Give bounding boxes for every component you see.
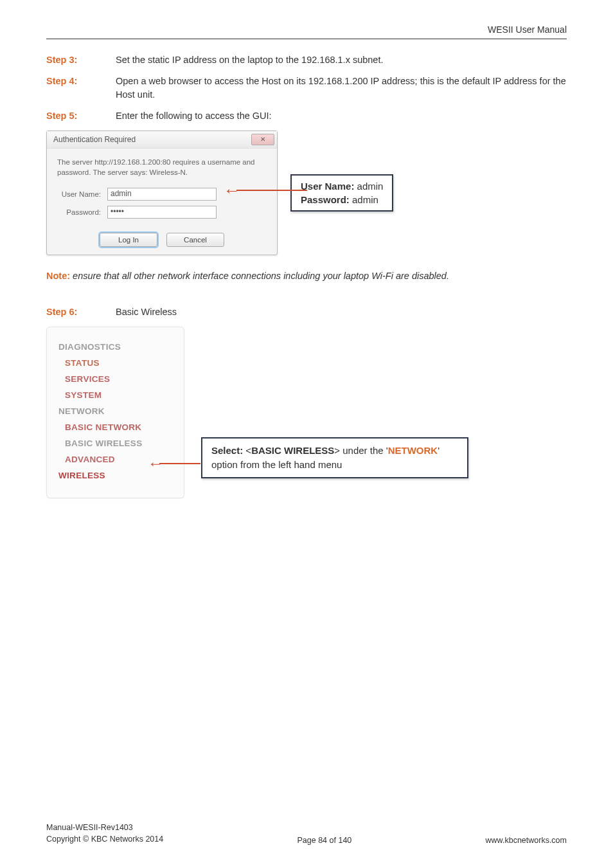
step-text: Open a web browser to access the Host on… [116,75,567,102]
sidebar-item-status[interactable]: STATUS [47,355,184,371]
cred-pass-value: admin [350,194,378,205]
cancel-button[interactable]: Cancel [166,233,224,247]
footer-doc-id: Manual-WESII-Rev1403 [46,822,163,834]
footer-page-number: Page 84 of 140 [297,836,351,845]
username-label: User Name: [57,190,107,198]
note-block: Note: ensure that all other network inte… [46,269,567,282]
select-network-word: NETWORK [388,445,438,456]
note-text: ensure that all other network interface … [70,271,449,281]
select-prefix-bold: Select: [211,445,243,456]
select-basic-wireless: BASIC WIRELESS [251,445,334,456]
password-input[interactable]: ••••• [107,206,217,219]
step-label: Step 3: [46,53,116,67]
auth-dialog: Authentication Required ✕ The server htt… [46,131,278,255]
auth-title: Authentication Required [53,135,136,144]
footer-copyright: Copyright © KBC Networks 2014 [46,834,163,845]
sidebar-item-system[interactable]: SYSTEM [47,387,184,403]
select-text: < [243,445,251,456]
step-6: Step 6: Basic Wireless [46,305,567,319]
step-label: Step 4: [46,75,116,102]
username-input[interactable]: admin [107,188,217,201]
select-callout: Select: <BASIC WIRELESS> under the 'NETW… [201,437,468,478]
auth-dialog-area: Authentication Required ✕ The server htt… [46,131,567,255]
step-text: Set the static IP address on the laptop … [116,53,567,67]
step-3: Step 3: Set the static IP address on the… [46,53,567,67]
footer-url: www.kbcnetworks.com [486,836,567,845]
sidebar-item-basic-network[interactable]: BASIC NETWORK [47,419,184,435]
step-text: Basic Wireless [116,305,567,319]
sidebar-item-basic-wireless[interactable]: BASIC WIRELESS [47,435,184,451]
sidebar-item-advanced[interactable]: ADVANCED [47,451,184,467]
arrow-line [159,463,200,464]
close-icon[interactable]: ✕ [251,134,274,145]
page-header-doc-title: WESII User Manual [46,24,567,39]
step-text: Enter the following to access the GUI: [116,109,567,123]
login-button[interactable]: Log In [100,233,157,247]
step-label: Step 5: [46,109,116,123]
step-5: Step 5: Enter the following to access th… [46,109,567,123]
password-label: Password: [57,208,107,216]
note-label: Note: [46,271,70,281]
sidebar-item-network[interactable]: NETWORK [47,403,184,419]
sidebar-item-services[interactable]: SERVICES [47,371,184,387]
step-label: Step 6: [46,305,116,319]
select-text: > under the ' [334,445,387,456]
cred-pass-label: Password: [301,194,350,205]
sidebar-item-wireless[interactable]: WIRELESS [47,467,184,484]
sidebar-menu: DIAGNOSTICSSTATUSSERVICESSYSTEMNETWORKBA… [46,327,184,498]
auth-title-bar: Authentication Required ✕ [47,131,277,149]
arrow-line [236,190,307,191]
menu-area: DIAGNOSTICSSTATUSSERVICESSYSTEMNETWORKBA… [46,327,567,498]
sidebar-item-diagnostics[interactable]: DIAGNOSTICS [47,339,184,355]
cred-user-label: User Name: [301,181,354,192]
cred-user-value: admin [354,181,383,192]
header-divider [46,39,567,39]
auth-message: The server http://192.168.1.200:80 requi… [57,158,267,177]
step-4: Step 4: Open a web browser to access the… [46,75,567,102]
credentials-callout: User Name: admin Password: admin [290,174,393,212]
page-footer: Manual-WESII-Rev1403 Copyright © KBC Net… [46,822,567,845]
